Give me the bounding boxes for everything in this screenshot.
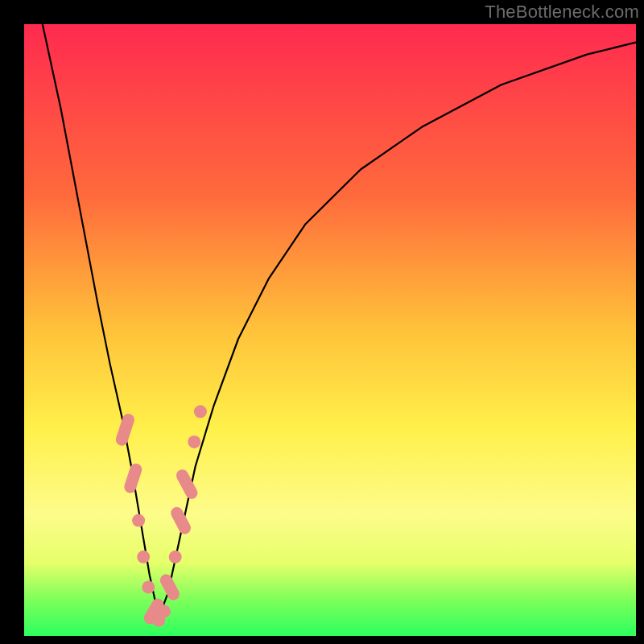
curve-marker-dot <box>169 551 182 564</box>
curve-marker-dot <box>132 514 145 527</box>
curve-marker-pill <box>169 505 193 536</box>
chart-frame: TheBottleneck.com <box>0 0 644 644</box>
bottleneck-curve <box>43 24 636 617</box>
watermark-text: TheBottleneck.com <box>485 2 639 23</box>
curve-marker-dot <box>194 405 207 418</box>
curve-marker-dot <box>142 580 155 593</box>
curve-marker-pill <box>114 412 136 448</box>
bottleneck-curve-path <box>43 24 636 617</box>
curve-marker-pill <box>122 462 143 494</box>
curve-marker-pill <box>158 572 181 602</box>
curve-layer <box>24 24 636 636</box>
curve-marker-pill <box>174 468 200 502</box>
curve-marker-dot <box>137 551 150 564</box>
marker-group <box>114 405 207 626</box>
curve-marker-dot <box>188 436 200 448</box>
curve-marker-dot <box>158 605 171 617</box>
plot-area <box>24 24 636 636</box>
